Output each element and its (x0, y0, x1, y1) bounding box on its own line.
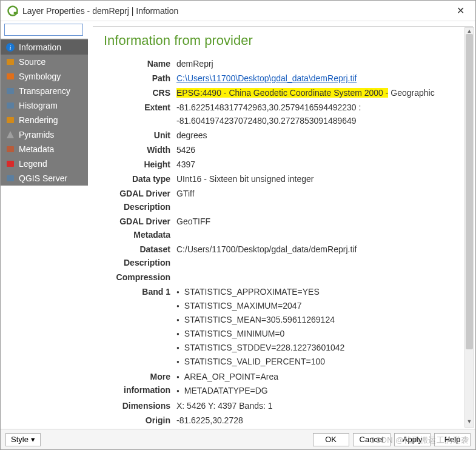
value-path: C:\Users\11700\Desktop\gdal_data\demRepr… (176, 72, 466, 85)
qgis-logo-icon (7, 5, 19, 17)
value-dataset: C:/Users/11700/Desktop/gdal_data/demRepr… (176, 243, 466, 256)
rendering-icon (5, 115, 15, 125)
titlebar: Layer Properties - demReprj | Informatio… (1, 1, 475, 21)
value-moreinfo: AREA_OR_POINT=AreaMETADATATYPE=DG (176, 370, 466, 398)
svg-rect-11 (7, 161, 14, 167)
cancel-button[interactable]: Cancel (353, 433, 391, 446)
sidebar-item-label: Information (19, 42, 61, 52)
sidebar-item-symbology[interactable]: Symbology (1, 69, 88, 84)
crs-highlight: EPSG:4490 - China Geodetic Coordinate Sy… (176, 88, 388, 98)
sidebar-item-transparency[interactable]: Transparency (1, 84, 88, 98)
value-extent: -81.6225148317742963,30.2579416594492230… (176, 101, 466, 127)
label-width: Width (104, 143, 176, 156)
value-band1: STATISTICS_APPROXIMATE=YESSTATISTICS_MAX… (176, 285, 466, 369)
sidebar-item-information[interactable]: iInformation (1, 40, 88, 55)
label-gdaldesc: GDAL Driver Description (104, 187, 176, 213)
sidebar-item-label: Histogram (19, 101, 58, 110)
sidebar-item-qgis-server[interactable]: QGIS Server (1, 171, 88, 186)
label-unit: Unit (104, 129, 176, 142)
label-datatype: Data type (104, 172, 176, 186)
sidebar-item-rendering[interactable]: Rendering (1, 113, 88, 127)
moreinfo-item: METADATATYPE=DG (176, 384, 466, 398)
label-band1: Band 1 (104, 285, 176, 298)
value-unit: degrees (176, 129, 466, 142)
value-gdalmeta: GeoTIFF (176, 215, 466, 228)
svg-rect-10 (7, 146, 14, 152)
sidebar-item-label: Rendering (19, 115, 58, 125)
sidebar-item-legend[interactable]: Legend (1, 156, 88, 171)
value-width: 5426 (176, 143, 466, 156)
path-link[interactable]: C:\Users\11700\Desktop\gdal_data\demRepr… (176, 73, 357, 83)
pyramids-icon (5, 130, 15, 139)
value-height: 4397 (176, 158, 466, 171)
crs-rest: Geographic (391, 88, 434, 98)
footer-bar: Style ▾ OK Cancel Apply Help (1, 429, 475, 449)
value-origin: -81.6225,30.2728 (176, 414, 466, 426)
label-name: Name (104, 57, 176, 70)
sidebar-item-label: Pyramids (19, 130, 54, 139)
label-gdalmeta: GDAL Driver Metadata (104, 215, 176, 241)
value-name: demReprj (176, 57, 466, 70)
value-crs: EPSG:4490 - China Geodetic Coordinate Sy… (176, 86, 466, 99)
scroll-down-icon[interactable]: ▼ (465, 418, 474, 427)
scroll-thumb[interactable] (466, 34, 473, 349)
sidebar-item-label: Source (19, 57, 45, 67)
svg-rect-6 (7, 88, 14, 94)
metadata-icon (5, 144, 15, 154)
sidebar-item-label: Symbology (19, 72, 61, 81)
source-icon (5, 57, 15, 67)
style-button[interactable]: Style ▾ (5, 433, 41, 446)
sidebar-item-label: Legend (19, 159, 47, 169)
label-height: Height (104, 158, 176, 171)
band1-stat-item: STATISTICS_MINIMUM=0 (176, 327, 466, 341)
label-compression: Compression (104, 270, 176, 284)
legend-icon (5, 159, 15, 169)
vertical-scrollbar[interactable]: ▲ ▼ (464, 27, 474, 428)
svg-rect-1 (14, 12, 18, 13)
main-heading: Information from provider (104, 33, 466, 49)
sidebar-item-label: QGIS Server (19, 173, 67, 183)
band1-stat-item: STATISTICS_APPROXIMATE=YES (176, 285, 466, 299)
server-icon (5, 173, 15, 183)
main-pane: Information from provider NamedemReprj P… (88, 21, 475, 429)
sidebar-item-histogram[interactable]: Histogram (1, 98, 88, 113)
label-path: Path (104, 72, 176, 85)
svg-point-0 (8, 6, 18, 15)
svg-rect-8 (7, 117, 14, 123)
band1-stat-item: STATISTICS_VALID_PERCENT=100 (176, 355, 466, 369)
svg-rect-5 (7, 73, 14, 79)
symbology-icon (5, 72, 15, 81)
label-moreinfo: More information (104, 370, 176, 397)
transparency-icon (5, 86, 15, 96)
value-datatype: UInt16 - Sixteen bit unsigned integer (176, 172, 466, 186)
ok-button[interactable]: OK (313, 433, 349, 446)
svg-rect-12 (7, 175, 14, 181)
sidebar-item-pyramids[interactable]: Pyramids (1, 127, 88, 142)
apply-button[interactable]: Apply (394, 433, 431, 446)
band1-stat-item: STATISTICS_STDDEV=228.12273601042 (176, 341, 466, 355)
window-title: Layer Properties - demReprj | Informatio… (22, 6, 451, 16)
svg-text:i: i (9, 44, 11, 51)
sidebar-item-source[interactable]: Source (1, 55, 88, 69)
svg-rect-4 (7, 59, 14, 65)
label-origin: Origin (104, 414, 176, 426)
info-icon: i (5, 42, 15, 52)
sidebar: iInformationSourceSymbologyTransparencyH… (1, 39, 88, 186)
value-dimensions: X: 5426 Y: 4397 Bands: 1 (176, 399, 466, 412)
svg-rect-7 (7, 102, 14, 109)
help-button[interactable]: Help (434, 433, 471, 446)
label-dataset: Dataset Description (104, 243, 176, 269)
sidebar-item-metadata[interactable]: Metadata (1, 142, 88, 156)
label-dimensions: Dimensions (104, 399, 176, 412)
value-gdaldesc: GTiff (176, 187, 466, 200)
band1-stat-item: STATISTICS_MAXIMUM=2047 (176, 299, 466, 313)
label-crs: CRS (104, 86, 176, 99)
label-extent: Extent (104, 101, 176, 114)
moreinfo-item: AREA_OR_POINT=Area (176, 370, 466, 384)
svg-marker-9 (7, 131, 14, 138)
close-button[interactable]: ✕ (451, 5, 469, 16)
band1-stat-item: STATISTICS_MEAN=305.59611269124 (176, 313, 466, 327)
sidebar-item-label: Metadata (19, 144, 54, 154)
sidebar-item-label: Transparency (19, 86, 70, 96)
search-input[interactable] (4, 24, 83, 36)
